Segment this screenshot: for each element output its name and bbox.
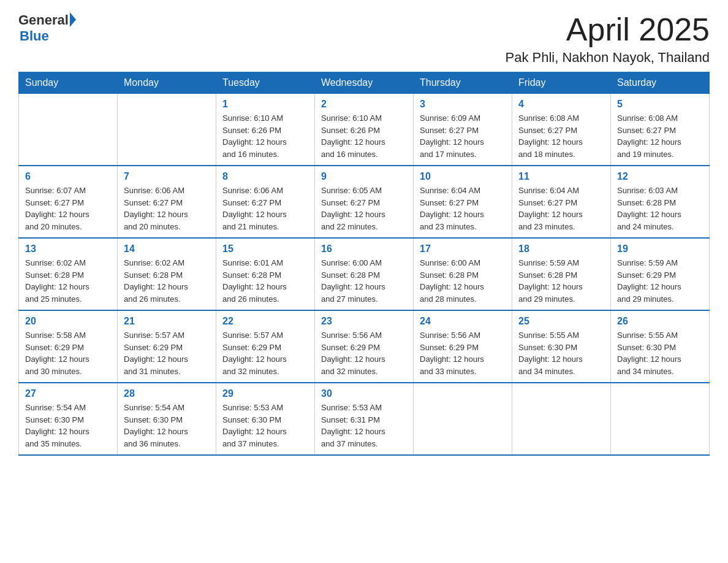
calendar-day-cell: 18Sunrise: 5:59 AMSunset: 6:28 PMDayligh…: [512, 238, 611, 310]
day-info: Sunrise: 6:08 AMSunset: 6:27 PMDaylight:…: [518, 112, 604, 160]
page-header: General Blue April 2025 Pak Phli, Nakhon…: [18, 12, 710, 66]
header-monday: Monday: [118, 72, 216, 94]
calendar-day-cell: 7Sunrise: 6:06 AMSunset: 6:27 PMDaylight…: [118, 166, 216, 238]
calendar-day-cell: 5Sunrise: 6:08 AMSunset: 6:27 PMDaylight…: [611, 94, 710, 166]
day-info: Sunrise: 6:00 AMSunset: 6:28 PMDaylight:…: [321, 257, 407, 305]
calendar-body: 1Sunrise: 6:10 AMSunset: 6:26 PMDaylight…: [19, 94, 710, 456]
day-info: Sunrise: 6:04 AMSunset: 6:27 PMDaylight:…: [420, 185, 506, 232]
calendar-header: SundayMondayTuesdayWednesdayThursdayFrid…: [19, 72, 710, 94]
calendar-day-cell: [512, 383, 611, 455]
calendar-day-cell: 17Sunrise: 6:00 AMSunset: 6:28 PMDayligh…: [414, 238, 512, 310]
calendar-day-cell: 3Sunrise: 6:09 AMSunset: 6:27 PMDaylight…: [414, 94, 512, 166]
day-number: 24: [420, 316, 506, 327]
day-info: Sunrise: 6:08 AMSunset: 6:27 PMDaylight:…: [617, 112, 703, 160]
day-info: Sunrise: 5:54 AMSunset: 6:30 PMDaylight:…: [124, 402, 210, 450]
day-number: 6: [25, 171, 111, 182]
calendar-day-cell: 16Sunrise: 6:00 AMSunset: 6:28 PMDayligh…: [315, 238, 414, 310]
day-number: 20: [25, 316, 111, 327]
day-info: Sunrise: 6:10 AMSunset: 6:26 PMDaylight:…: [321, 112, 407, 160]
day-info: Sunrise: 6:09 AMSunset: 6:27 PMDaylight:…: [420, 112, 506, 160]
day-number: 3: [420, 99, 506, 110]
day-info: Sunrise: 6:07 AMSunset: 6:27 PMDaylight:…: [25, 185, 111, 232]
day-number: 21: [124, 316, 210, 327]
calendar-day-cell: 22Sunrise: 5:57 AMSunset: 6:29 PMDayligh…: [216, 310, 315, 383]
day-number: 7: [124, 171, 210, 182]
day-number: 13: [25, 243, 111, 255]
calendar-day-cell: 25Sunrise: 5:55 AMSunset: 6:30 PMDayligh…: [512, 310, 611, 383]
calendar-day-cell: [611, 383, 710, 455]
day-number: 5: [617, 99, 703, 110]
day-info: Sunrise: 5:59 AMSunset: 6:29 PMDaylight:…: [617, 257, 703, 305]
calendar-day-cell: [414, 383, 512, 455]
calendar-day-cell: 10Sunrise: 6:04 AMSunset: 6:27 PMDayligh…: [414, 166, 512, 238]
day-info: Sunrise: 5:57 AMSunset: 6:29 PMDaylight:…: [222, 329, 308, 377]
day-info: Sunrise: 6:10 AMSunset: 6:26 PMDaylight:…: [222, 112, 308, 160]
day-number: 22: [222, 316, 308, 327]
day-number: 27: [25, 388, 111, 399]
day-number: 1: [222, 99, 308, 110]
day-info: Sunrise: 6:01 AMSunset: 6:28 PMDaylight:…: [222, 257, 308, 305]
day-number: 30: [321, 388, 407, 399]
day-info: Sunrise: 5:59 AMSunset: 6:28 PMDaylight:…: [518, 257, 604, 305]
day-number: 26: [617, 316, 703, 327]
day-info: Sunrise: 5:54 AMSunset: 6:30 PMDaylight:…: [25, 402, 111, 450]
calendar-day-cell: 20Sunrise: 5:58 AMSunset: 6:29 PMDayligh…: [19, 310, 118, 383]
day-number: 23: [321, 316, 407, 327]
header-tuesday: Tuesday: [216, 72, 315, 94]
calendar-day-cell: 26Sunrise: 5:55 AMSunset: 6:30 PMDayligh…: [611, 310, 710, 383]
calendar-week-row: 13Sunrise: 6:02 AMSunset: 6:28 PMDayligh…: [19, 238, 710, 310]
calendar-day-cell: 8Sunrise: 6:06 AMSunset: 6:27 PMDaylight…: [216, 166, 315, 238]
month-title: April 2025: [506, 12, 710, 47]
calendar-day-cell: [19, 94, 118, 166]
logo-blue-text: Blue: [20, 28, 76, 44]
day-info: Sunrise: 5:57 AMSunset: 6:29 PMDaylight:…: [124, 329, 210, 377]
day-info: Sunrise: 5:55 AMSunset: 6:30 PMDaylight:…: [617, 329, 703, 377]
calendar-day-cell: 4Sunrise: 6:08 AMSunset: 6:27 PMDaylight…: [512, 94, 611, 166]
day-number: 16: [321, 243, 407, 255]
calendar-day-cell: 28Sunrise: 5:54 AMSunset: 6:30 PMDayligh…: [118, 383, 216, 455]
header-friday: Friday: [512, 72, 611, 94]
day-info: Sunrise: 6:03 AMSunset: 6:28 PMDaylight:…: [617, 185, 703, 232]
calendar-day-cell: 15Sunrise: 6:01 AMSunset: 6:28 PMDayligh…: [216, 238, 315, 310]
header-thursday: Thursday: [414, 72, 512, 94]
header-row: SundayMondayTuesdayWednesdayThursdayFrid…: [19, 72, 710, 94]
day-number: 17: [420, 243, 506, 255]
day-number: 9: [321, 171, 407, 182]
day-number: 18: [518, 243, 604, 255]
day-info: Sunrise: 5:56 AMSunset: 6:29 PMDaylight:…: [420, 329, 506, 377]
day-number: 15: [222, 243, 308, 255]
calendar-day-cell: 29Sunrise: 5:53 AMSunset: 6:30 PMDayligh…: [216, 383, 315, 455]
day-number: 11: [518, 171, 604, 182]
day-info: Sunrise: 6:00 AMSunset: 6:28 PMDaylight:…: [420, 257, 506, 305]
calendar-day-cell: 24Sunrise: 5:56 AMSunset: 6:29 PMDayligh…: [414, 310, 512, 383]
day-number: 14: [124, 243, 210, 255]
day-info: Sunrise: 5:58 AMSunset: 6:29 PMDaylight:…: [25, 329, 111, 377]
location-title: Pak Phli, Nakhon Nayok, Thailand: [506, 50, 710, 66]
day-info: Sunrise: 6:06 AMSunset: 6:27 PMDaylight:…: [124, 185, 210, 232]
header-sunday: Sunday: [19, 72, 118, 94]
day-info: Sunrise: 6:06 AMSunset: 6:27 PMDaylight:…: [222, 185, 308, 232]
day-number: 12: [617, 171, 703, 182]
day-info: Sunrise: 6:02 AMSunset: 6:28 PMDaylight:…: [124, 257, 210, 305]
logo: General Blue: [18, 12, 76, 44]
day-info: Sunrise: 5:53 AMSunset: 6:31 PMDaylight:…: [321, 402, 407, 450]
day-number: 8: [222, 171, 308, 182]
calendar-week-row: 20Sunrise: 5:58 AMSunset: 6:29 PMDayligh…: [19, 310, 710, 383]
calendar-day-cell: 23Sunrise: 5:56 AMSunset: 6:29 PMDayligh…: [315, 310, 414, 383]
calendar-day-cell: 30Sunrise: 5:53 AMSunset: 6:31 PMDayligh…: [315, 383, 414, 455]
day-number: 10: [420, 171, 506, 182]
day-info: Sunrise: 6:02 AMSunset: 6:28 PMDaylight:…: [25, 257, 111, 305]
logo-general-text: General: [18, 12, 69, 28]
day-number: 28: [124, 388, 210, 399]
calendar-week-row: 27Sunrise: 5:54 AMSunset: 6:30 PMDayligh…: [19, 383, 710, 455]
calendar-day-cell: 2Sunrise: 6:10 AMSunset: 6:26 PMDaylight…: [315, 94, 414, 166]
calendar-day-cell: 6Sunrise: 6:07 AMSunset: 6:27 PMDaylight…: [19, 166, 118, 238]
calendar-day-cell: 1Sunrise: 6:10 AMSunset: 6:26 PMDaylight…: [216, 94, 315, 166]
calendar-table: SundayMondayTuesdayWednesdayThursdayFrid…: [18, 72, 710, 456]
day-number: 19: [617, 243, 703, 255]
calendar-week-row: 1Sunrise: 6:10 AMSunset: 6:26 PMDaylight…: [19, 94, 710, 166]
calendar-day-cell: 21Sunrise: 5:57 AMSunset: 6:29 PMDayligh…: [118, 310, 216, 383]
calendar-day-cell: 9Sunrise: 6:05 AMSunset: 6:27 PMDaylight…: [315, 166, 414, 238]
header-wednesday: Wednesday: [315, 72, 414, 94]
day-info: Sunrise: 5:55 AMSunset: 6:30 PMDaylight:…: [518, 329, 604, 377]
